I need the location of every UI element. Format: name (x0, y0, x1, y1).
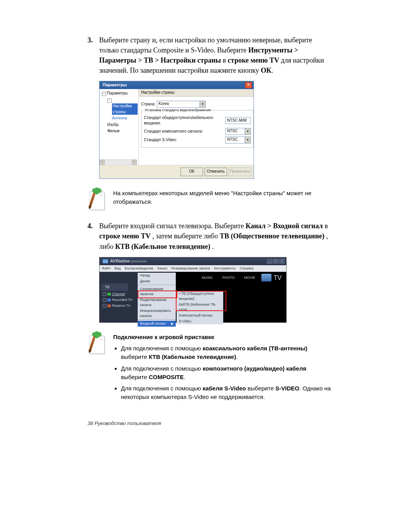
category-tree[interactable]: −Параметры − Настройки страны Антенна Из… (100, 89, 139, 165)
chevron-down-icon[interactable]: ▾ (245, 137, 250, 143)
submenu-item-cable[interactable]: КабТВ (Кабельные ТВ-сети) (177, 302, 223, 313)
tv-mode-label: TV (274, 273, 282, 282)
submenu-arrow-icon: ▶ (171, 322, 173, 326)
tab-music[interactable]: MUSIC (198, 274, 217, 282)
document-page: 3. Выберите страну и, если настройки по … (45, 0, 375, 443)
menu-item-edit[interactable]: Редактирование канала (138, 297, 176, 308)
country-value: Korea (159, 101, 169, 106)
video-standard-legend: Установка стандарта видеоизображения (144, 108, 212, 113)
menu-item-scan[interactable]: Сканирование каналов (138, 286, 176, 297)
sidebar-item-reserve[interactable]: Reserve TV (112, 303, 130, 308)
tab-movie[interactable]: MOVIE (241, 274, 259, 282)
tree-root[interactable]: Параметры (107, 91, 128, 95)
country-select[interactable]: Korea ▾ (157, 101, 206, 108)
tab-photo[interactable]: PHOTO (219, 274, 238, 282)
app-subtitle: premium (131, 259, 147, 263)
tree-toggle-icon[interactable]: − (102, 92, 106, 96)
input-signal-submenu[interactable]: • ТВ (Общедоступное вещание) КабТВ (Кабе… (177, 291, 223, 324)
parameters-dialog: Параметры × −Параметры − Настройки стран… (99, 81, 254, 179)
note-block: Подключение к игровой приставке Для подк… (88, 333, 332, 404)
note2-bullet-svideo: Для подключения с помощью кабеля S-Video… (121, 384, 332, 401)
step3-location: строке меню TV (228, 56, 279, 64)
apply-button: Применить (229, 168, 251, 176)
submenu-item-composite[interactable]: Композитный сигнал (177, 313, 223, 318)
tree-scrollbar[interactable]: ‹ › (100, 159, 137, 165)
close-icon[interactable]: × (279, 259, 285, 264)
dialog-title: Параметры (103, 82, 127, 88)
chevron-down-icon[interactable]: ▾ (200, 101, 205, 107)
reserve-icon (107, 304, 111, 307)
minimize-icon[interactable]: _ (267, 259, 272, 264)
tree-item-image[interactable]: Изобр. (107, 122, 138, 128)
note-block: На компьютерах некоторых моделей меню "Н… (88, 189, 332, 211)
channel-menu-dropdown[interactable]: Назад Далее Сканирование каналов Редакти… (138, 273, 176, 327)
menu-channel[interactable]: Канал (158, 266, 167, 271)
note2-bullet-composite: Для подключения с помощью композитного (… (121, 364, 332, 381)
menu-view[interactable]: Вид (114, 266, 121, 271)
tree-item-film[interactable]: Фильм (107, 128, 138, 134)
cancel-button[interactable]: Отменить (205, 168, 227, 176)
step3-ok: ОК (261, 66, 271, 74)
tree-toggle-icon[interactable]: - (103, 292, 106, 296)
country-label: Страна: (141, 102, 156, 106)
step4-number: 4. (88, 221, 99, 251)
sidebar: ТВ - Channel - Recorded TV - Reser (100, 272, 138, 322)
note-icon (88, 333, 106, 355)
menu-item-next[interactable]: Далее (138, 278, 176, 284)
composite-standard-label: Стандарт композитного сигнала: (144, 129, 203, 135)
recorded-icon (107, 299, 111, 301)
sidebar-tab-tv[interactable]: ТВ (101, 283, 128, 291)
svideo-standard-select[interactable]: NTSC ▾ (225, 136, 251, 143)
tree-toggle-icon[interactable]: - (103, 298, 106, 302)
avstation-titlebar: AVStation premium _ □ × (100, 257, 286, 265)
menu-record-reserve[interactable]: Резервирование записи (171, 266, 210, 271)
scroll-right-icon[interactable]: › (132, 160, 137, 165)
tab-country-settings[interactable]: Настройки страны (139, 89, 254, 97)
step3-number: 3. (88, 35, 99, 75)
menu-help[interactable]: Справка (240, 266, 253, 271)
svideo-standard-label: Стандарт S-Video: (144, 137, 177, 143)
submenu-item-svideo[interactable]: S-Video (177, 318, 223, 324)
close-icon[interactable]: × (245, 82, 252, 88)
app-logo-icon (103, 259, 108, 263)
menu-item-back[interactable]: Назад (138, 273, 176, 278)
maximize-icon[interactable]: □ (273, 259, 278, 264)
submenu-item-tv[interactable]: • ТВ (Общедоступное вещание) (177, 291, 223, 302)
chevron-down-icon[interactable]: ▾ (245, 128, 250, 135)
menu-file[interactable]: Файл (102, 266, 110, 271)
note2-bullet-coax: Для подключения с помощью коаксиального … (121, 344, 332, 361)
tree-item-antenna[interactable]: Антенна (112, 115, 138, 121)
sidebar-item-recorded[interactable]: Recorded TV (112, 297, 133, 303)
menu-bar[interactable]: Файл Вид Воспроизведение Канал Резервиро… (100, 265, 286, 272)
scroll-left-icon[interactable]: ‹ (100, 160, 105, 165)
menu-playback[interactable]: Воспроизведение (124, 266, 153, 271)
note-text: На компьютерах некоторых моделей меню "Н… (113, 189, 332, 206)
cable-standard-label: Стандарт общедоступного/кабельного вещан… (144, 115, 225, 126)
dialog-titlebar: Параметры × (100, 81, 254, 89)
app-title: AVStation (110, 259, 130, 263)
avstation-window: AVStation premium _ □ × Файл Вид Воспрои… (99, 257, 287, 323)
tree-item-country-settings[interactable]: Настройки страны (112, 103, 138, 115)
step4-menupath: Канал > Входной сигнал (245, 222, 323, 230)
menu-item-init[interactable]: Инициализировать каналы (138, 308, 176, 319)
composite-standard-select[interactable]: NTSC ▾ (225, 128, 251, 135)
cable-standard-value: NTSC-M/M (225, 117, 251, 124)
tree-toggle-icon[interactable]: - (103, 304, 106, 308)
note2-heading: Подключение к игровой приставке (113, 333, 332, 341)
tree-toggle-icon[interactable]: − (107, 98, 112, 103)
note-icon (88, 189, 106, 211)
channel-icon (107, 293, 111, 296)
sidebar-item-channel[interactable]: Channel (112, 292, 125, 297)
menu-tools[interactable]: Инструменты (214, 266, 236, 271)
page-footer: 38 Руководство пользователя (88, 420, 332, 427)
ok-button[interactable]: ОК (180, 168, 203, 176)
tv-icon (261, 274, 271, 282)
menu-item-input-signal[interactable]: Входной сигнал ▶ (138, 321, 176, 327)
